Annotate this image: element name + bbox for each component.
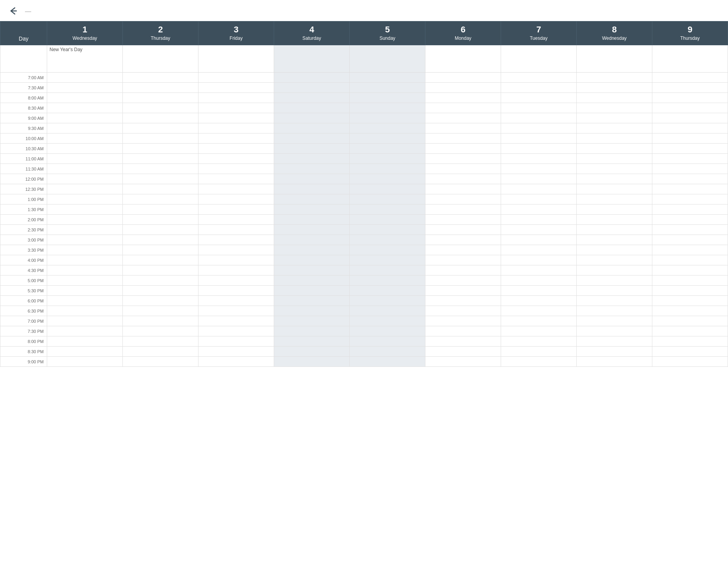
weekday-slot	[652, 306, 728, 316]
weekend-slot	[350, 215, 425, 225]
allday-cell-9	[652, 45, 728, 73]
weekday-slot	[123, 316, 198, 326]
time-row: 2:00 PM	[0, 215, 728, 225]
weekend-slot	[350, 123, 425, 133]
time-label-4: 9:00 AM	[0, 113, 47, 123]
weekend-slot	[350, 93, 425, 103]
weekday-slot	[652, 215, 728, 225]
holiday-label: New Year's Day	[50, 47, 82, 52]
back-button[interactable]	[6, 4, 20, 18]
time-label-27: 8:30 PM	[0, 347, 47, 357]
weekday-slot	[123, 235, 198, 245]
weekday-slot	[577, 113, 652, 123]
weekday-slot	[425, 215, 501, 225]
time-row: 3:00 PM	[0, 235, 728, 245]
weekday-slot	[47, 265, 123, 276]
weekend-slot	[350, 265, 425, 276]
time-label-6: 10:00 AM	[0, 133, 47, 144]
col-date-2: 2	[124, 25, 197, 35]
weekday-slot	[652, 93, 728, 103]
time-row: 12:30 PM	[0, 184, 728, 194]
weekday-slot	[123, 144, 198, 154]
weekday-slot	[577, 296, 652, 306]
weekday-slot	[501, 204, 577, 215]
weekend-slot	[350, 194, 425, 204]
weekday-slot	[47, 215, 123, 225]
weekday-slot	[425, 336, 501, 347]
weekday-slot	[425, 133, 501, 144]
allday-cell-1: New Year's Day	[47, 45, 123, 73]
time-row: 9:30 AM	[0, 123, 728, 133]
time-row: 1:30 PM	[0, 204, 728, 215]
weekend-slot	[274, 306, 350, 316]
weekday-slot	[652, 245, 728, 255]
weekend-slot	[274, 194, 350, 204]
col-date-1: 1	[49, 25, 121, 35]
weekday-slot	[577, 306, 652, 316]
weekday-slot	[47, 133, 123, 144]
time-label-11: 12:30 PM	[0, 184, 47, 194]
time-row: 1:00 PM	[0, 194, 728, 204]
weekend-slot	[274, 357, 350, 367]
weekday-slot	[577, 103, 652, 113]
weekday-slot	[577, 194, 652, 204]
header-col-4: 4Saturday	[274, 21, 350, 45]
col-dayname-4: Saturday	[276, 36, 348, 41]
weekday-slot	[501, 144, 577, 154]
weekend-slot	[350, 83, 425, 93]
allday-cell-7	[501, 45, 577, 73]
weekday-slot	[501, 164, 577, 174]
weekday-slot	[501, 357, 577, 367]
weekday-slot	[501, 123, 577, 133]
weekday-slot	[501, 113, 577, 123]
weekend-slot	[274, 255, 350, 265]
day-header-label: Day	[2, 36, 45, 42]
time-label-17: 3:30 PM	[0, 245, 47, 255]
weekday-slot	[47, 357, 123, 367]
weekday-slot	[123, 336, 198, 347]
weekday-slot	[198, 73, 274, 83]
weekday-slot	[425, 225, 501, 235]
time-row: 7:00 PM	[0, 316, 728, 326]
header-col-8: 8Wednesday	[577, 21, 652, 45]
weekday-slot	[123, 174, 198, 184]
weekday-slot	[577, 316, 652, 326]
weekday-slot	[425, 347, 501, 357]
weekday-slot	[425, 113, 501, 123]
col-date-7: 7	[503, 25, 575, 35]
weekday-slot	[123, 265, 198, 276]
allday-cell-2	[123, 45, 198, 73]
prev-button[interactable]	[39, 5, 51, 17]
allday-cell-8	[577, 45, 652, 73]
header-col-1: 1Wednesday	[47, 21, 123, 45]
weekday-slot	[123, 103, 198, 113]
weekday-slot	[652, 154, 728, 164]
weekend-slot	[274, 133, 350, 144]
weekday-slot	[652, 133, 728, 144]
weekday-slot	[577, 326, 652, 336]
time-row: 4:30 PM	[0, 265, 728, 276]
next-button[interactable]	[52, 5, 64, 17]
weekday-slot	[425, 174, 501, 184]
weekday-slot	[652, 255, 728, 265]
time-row: 5:30 PM	[0, 286, 728, 296]
weekend-slot	[274, 164, 350, 174]
time-row: 11:30 AM	[0, 164, 728, 174]
weekday-slot	[123, 276, 198, 286]
weekday-slot	[198, 265, 274, 276]
weekend-slot	[274, 103, 350, 113]
allday-row: New Year's Day	[0, 45, 728, 73]
weekday-slot	[47, 336, 123, 347]
weekday-slot	[425, 154, 501, 164]
weekend-slot	[350, 174, 425, 184]
weekday-slot	[425, 357, 501, 367]
weekday-slot	[652, 73, 728, 83]
time-row: 10:30 AM	[0, 144, 728, 154]
weekend-slot	[350, 184, 425, 194]
weekday-slot	[652, 164, 728, 174]
allday-cell-label	[0, 45, 47, 73]
weekend-slot	[350, 306, 425, 316]
weekday-slot	[501, 225, 577, 235]
weekend-slot	[274, 225, 350, 235]
weekday-slot	[198, 123, 274, 133]
